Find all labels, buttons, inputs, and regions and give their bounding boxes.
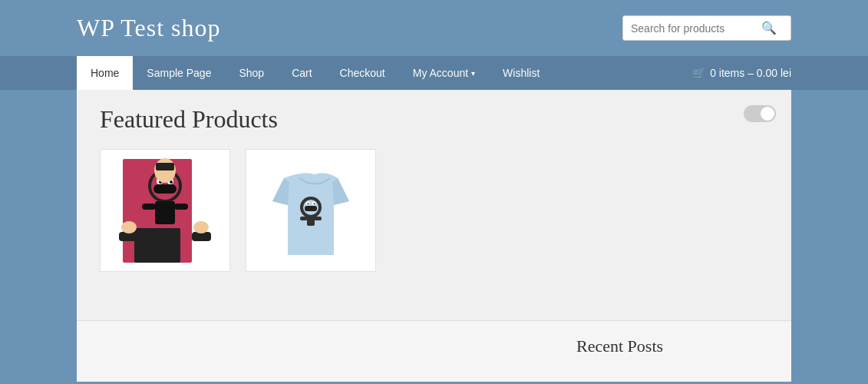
nav-item-cart[interactable]: Cart: [278, 56, 325, 90]
featured-section: Featured Products: [77, 90, 791, 295]
svg-rect-20: [305, 206, 317, 211]
tshirt-illustration: [253, 155, 368, 266]
nav-item-home[interactable]: Home: [77, 56, 133, 90]
svg-rect-12: [142, 204, 156, 210]
my-account-label: My Account: [413, 67, 468, 79]
svg-rect-13: [174, 204, 188, 210]
main-content: Featured Products: [77, 90, 791, 320]
cart-label: 0 items – 0.00 lei: [710, 67, 791, 79]
cart-icon: 🛒: [692, 67, 705, 79]
svg-point-14: [121, 221, 137, 233]
toggle-button[interactable]: [744, 105, 776, 122]
svg-rect-25: [307, 215, 315, 226]
product-card-ninja[interactable]: [100, 149, 230, 272]
site-title: WP Test shop: [77, 14, 221, 42]
svg-rect-27: [314, 217, 322, 220]
nav-item-checkout[interactable]: Checkout: [326, 56, 399, 90]
search-button[interactable]: 🔍: [761, 21, 777, 35]
products-grid: [100, 149, 768, 272]
search-input[interactable]: [631, 22, 761, 35]
bottom-area: Recent Posts: [77, 320, 791, 382]
svg-rect-1: [134, 228, 180, 263]
product-card-tshirt[interactable]: [246, 149, 376, 272]
toggle-knob: [761, 107, 774, 121]
featured-products-title: Featured Products: [100, 105, 768, 134]
site-header: WP Test shop 🔍: [0, 0, 868, 56]
svg-point-24: [314, 203, 315, 204]
svg-rect-26: [300, 217, 308, 220]
svg-rect-6: [153, 184, 177, 194]
svg-point-15: [193, 221, 209, 233]
svg-rect-11: [155, 201, 175, 224]
main-navbar: Home Sample Page Shop Cart Checkout My A…: [0, 56, 868, 90]
nav-item-my-account[interactable]: My Account ▾: [399, 56, 489, 90]
bottom-left: [77, 320, 561, 382]
svg-point-23: [308, 203, 309, 204]
nav-item-wishlist[interactable]: Wishlist: [489, 56, 553, 90]
recent-posts-title: Recent Posts: [576, 336, 776, 356]
ninja-illustration: [107, 155, 223, 266]
svg-rect-17: [156, 163, 174, 170]
nav-item-shop[interactable]: Shop: [225, 56, 278, 90]
search-bar[interactable]: 🔍: [622, 15, 791, 41]
nav-item-sample-page[interactable]: Sample Page: [133, 56, 225, 90]
cart-nav[interactable]: 🛒 0 items – 0.00 lei: [692, 67, 791, 79]
sidebar-recent-posts: Recent Posts: [561, 320, 791, 382]
my-account-arrow-icon: ▾: [471, 69, 475, 78]
